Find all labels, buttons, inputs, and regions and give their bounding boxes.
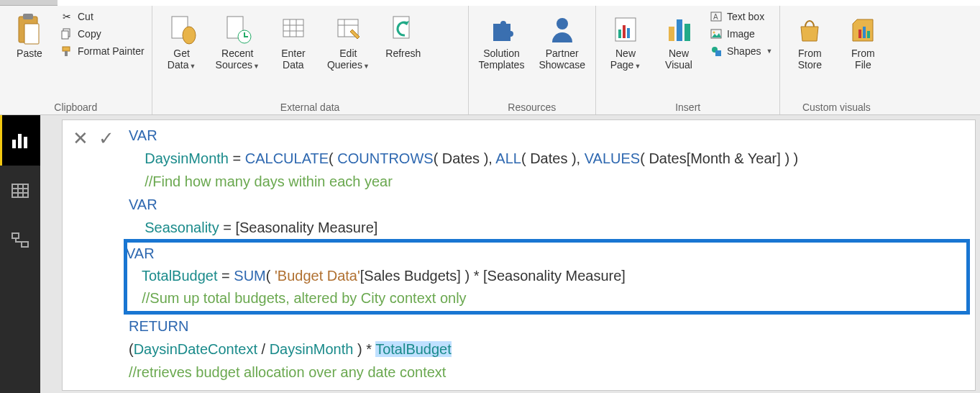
refresh-label: Refresh — [385, 48, 421, 59]
new-visual-icon — [664, 13, 694, 46]
text-box-label: Text box — [727, 11, 764, 22]
svg-rect-34 — [858, 30, 861, 38]
paste-button[interactable]: Paste — [7, 10, 52, 59]
svg-rect-37 — [12, 140, 16, 148]
ribbon-group-resources: Solution Templates Partner Showcase Reso… — [469, 6, 596, 114]
model-icon — [11, 232, 29, 250]
svg-rect-36 — [867, 31, 870, 38]
svg-rect-38 — [18, 134, 22, 148]
solution-templates-button[interactable]: Solution Templates — [476, 10, 528, 71]
recent-sources-label: Recent Sources — [216, 48, 254, 71]
partner-showcase-button[interactable]: Partner Showcase — [536, 10, 588, 71]
copy-icon — [60, 27, 73, 40]
recent-sources-button[interactable]: Recent Sources▼ — [213, 10, 262, 71]
scissors-icon: ✂ — [60, 10, 73, 23]
image-label: Image — [727, 28, 755, 40]
svg-point-20 — [557, 18, 568, 30]
formula-bar: ✕ ✓ VAR DaysinMonth = CALCULATE( COUNTRO… — [62, 119, 976, 391]
svg-rect-39 — [24, 137, 27, 148]
nav-report-view[interactable] — [0, 115, 40, 166]
svg-point-31 — [713, 32, 715, 34]
svg-text:A: A — [713, 13, 718, 21]
text-box-button[interactable]: AText box — [710, 10, 772, 23]
from-store-label: From Store — [798, 48, 822, 71]
svg-rect-46 — [22, 242, 28, 247]
ribbon-group-custom: From Store From File Custom visuals — [780, 6, 892, 114]
edit-queries-button[interactable]: Edit Queries▼ — [324, 10, 372, 71]
svg-rect-5 — [63, 47, 70, 51]
recent-sources-icon — [222, 13, 252, 46]
get-data-icon — [167, 13, 197, 46]
group-label-custom: Custom visuals — [787, 99, 885, 113]
enter-data-button[interactable]: Enter Data — [271, 10, 316, 71]
copy-label: Copy — [78, 28, 101, 40]
svg-rect-4 — [62, 31, 68, 39]
nav-model-view[interactable] — [0, 216, 40, 266]
table-icon — [11, 181, 29, 200]
from-store-button[interactable]: From Store — [787, 10, 832, 71]
ribbon-group-clipboard: Paste ✂ Cut Copy Format Painter Clipboar… — [0, 6, 152, 114]
formula-editor[interactable]: VAR DaysinMonth = CALCULATE( COUNTROWS( … — [124, 120, 975, 390]
svg-rect-26 — [677, 19, 682, 41]
bar-chart-icon — [11, 131, 29, 150]
format-painter-icon — [60, 45, 73, 58]
ribbon: Paste ✂ Cut Copy Format Painter Clipboar… — [0, 6, 980, 115]
svg-rect-23 — [623, 25, 626, 38]
left-nav — [0, 115, 40, 393]
copy-button[interactable]: Copy — [60, 27, 145, 40]
puzzle-icon — [487, 13, 517, 46]
enter-data-icon — [278, 13, 308, 46]
from-file-label: From File — [851, 48, 875, 71]
shapes-label: Shapes — [727, 45, 761, 57]
svg-rect-45 — [12, 233, 19, 238]
svg-rect-22 — [618, 30, 621, 38]
new-visual-button[interactable]: New Visual — [656, 10, 701, 71]
refresh-button[interactable]: Refresh — [381, 10, 426, 59]
new-visual-label: New Visual — [665, 48, 692, 71]
new-page-label: New Page — [610, 48, 636, 71]
cut-button[interactable]: ✂ Cut — [60, 10, 145, 23]
svg-rect-24 — [627, 28, 630, 38]
nav-data-view[interactable] — [0, 166, 40, 216]
svg-rect-2 — [24, 24, 39, 44]
get-data-button[interactable]: Get Data▼ — [160, 10, 204, 71]
group-label-clipboard: Clipboard — [7, 99, 145, 113]
svg-rect-25 — [669, 27, 674, 41]
paste-label: Paste — [17, 48, 42, 59]
image-button[interactable]: Image — [710, 27, 772, 40]
ribbon-group-external: Get Data▼ Recent Sources▼ Enter Data Edi… — [152, 6, 469, 114]
group-label-resources: Resources — [476, 99, 588, 113]
edit-queries-label: Edit Queries — [327, 48, 362, 71]
svg-point-8 — [183, 27, 196, 44]
group-label-external: External data — [160, 99, 461, 113]
refresh-icon — [388, 13, 418, 46]
new-page-icon — [610, 13, 641, 46]
image-icon — [710, 27, 723, 40]
svg-rect-35 — [863, 27, 866, 38]
svg-rect-6 — [65, 51, 68, 56]
clipboard-icon — [14, 13, 45, 46]
from-file-button[interactable]: From File — [841, 10, 885, 71]
svg-rect-11 — [283, 19, 303, 37]
get-data-label: Get Data — [168, 48, 190, 71]
ribbon-group-insert: New Page▼ New Visual AText box Image Sha… — [596, 6, 780, 114]
store-icon — [794, 13, 825, 46]
enter-data-label: Enter Data — [281, 48, 305, 71]
shapes-button[interactable]: Shapes▼ — [710, 45, 772, 58]
group-label-insert: Insert — [603, 99, 772, 113]
shapes-icon — [710, 45, 723, 58]
formula-cancel-button[interactable]: ✕ — [73, 127, 88, 150]
format-painter-button[interactable]: Format Painter — [60, 45, 145, 58]
svg-rect-40 — [12, 184, 28, 197]
edit-queries-icon — [333, 13, 363, 46]
partner-showcase-label: Partner Showcase — [539, 48, 585, 71]
svg-rect-27 — [684, 24, 690, 41]
cut-label: Cut — [78, 11, 93, 22]
solution-templates-label: Solution Templates — [479, 48, 525, 71]
from-file-icon — [848, 13, 878, 46]
content-area: Allo City Nar Auc Christchurch 30/01/201… — [40, 115, 980, 393]
new-page-button[interactable]: New Page▼ — [603, 10, 648, 71]
person-icon — [547, 13, 577, 46]
text-box-icon: A — [710, 10, 723, 23]
formula-commit-button[interactable]: ✓ — [99, 127, 114, 150]
